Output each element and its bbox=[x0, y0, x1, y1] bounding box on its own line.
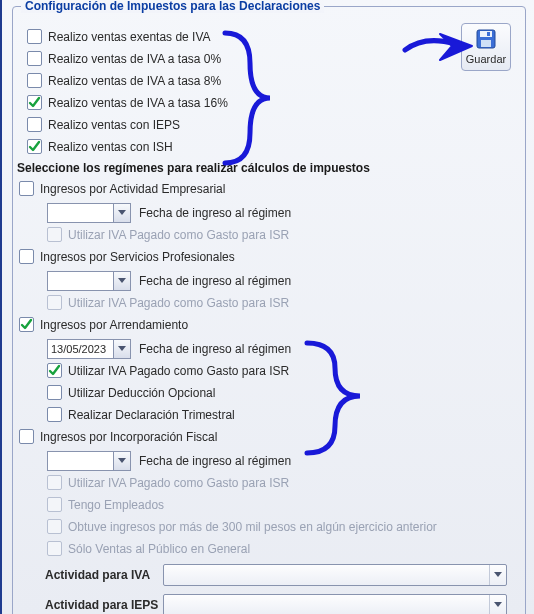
svg-marker-4 bbox=[118, 210, 126, 215]
svg-rect-3 bbox=[487, 32, 490, 36]
dropdown-button[interactable] bbox=[113, 452, 130, 470]
checkbox-label: Realizo ventas con IEPS bbox=[48, 118, 180, 132]
date-input[interactable] bbox=[47, 271, 131, 291]
checkbox[interactable] bbox=[19, 317, 34, 332]
regime-rif-sub-row: Sólo Ventas al Público en General bbox=[47, 541, 515, 556]
date-input[interactable] bbox=[47, 451, 131, 471]
checkbox-label: Utilizar IVA Pagado como Gasto para ISR bbox=[68, 228, 289, 242]
regime-empresarial-sub-row: Utilizar IVA Pagado como Gasto para ISR bbox=[47, 227, 515, 242]
checkbox[interactable] bbox=[27, 51, 42, 66]
regime-label: Ingresos por Incorporación Fiscal bbox=[40, 430, 217, 444]
regime-empresarial-row: Ingresos por Actividad Empresarial bbox=[19, 181, 515, 196]
regime-rif-row: Ingresos por Incorporación Fiscal bbox=[19, 429, 515, 444]
checkbox bbox=[47, 541, 62, 556]
regime-profesionales-row: Ingresos por Servicios Profesionales bbox=[19, 249, 515, 264]
date-text[interactable] bbox=[48, 204, 113, 222]
checkbox-label: Realizo ventas de IVA a tasa 0% bbox=[48, 52, 221, 66]
sales-check-row: Realizo ventas de IVA a tasa 16% bbox=[27, 95, 515, 110]
regime-arrendamiento-sub-row: Utilizar Deducción Opcional bbox=[47, 385, 515, 400]
regime-rif-sub-row: Obtuve ingresos por más de 300 mil pesos… bbox=[47, 519, 515, 534]
regime-label: Ingresos por Arrendamiento bbox=[40, 318, 188, 332]
checkbox[interactable] bbox=[47, 407, 62, 422]
iva-activity-row: Actividad para IVA bbox=[45, 564, 515, 586]
checkbox bbox=[47, 295, 62, 310]
checkbox[interactable] bbox=[19, 249, 34, 264]
sales-check-row: Realizo ventas de IVA a tasa 8% bbox=[27, 73, 515, 88]
chevron-down-icon bbox=[118, 345, 126, 353]
regime-rif-date-row: Fecha de ingreso al régimen bbox=[47, 451, 515, 471]
checkbox-label: Sólo Ventas al Público en General bbox=[68, 542, 250, 556]
sales-check-row: Realizo ventas con ISH bbox=[27, 139, 515, 154]
chevron-down-icon bbox=[494, 571, 502, 579]
dropdown-button[interactable] bbox=[113, 272, 130, 290]
date-field-label: Fecha de ingreso al régimen bbox=[139, 342, 291, 356]
save-button-label: Guardar bbox=[466, 53, 506, 65]
checkbox-label: Tengo Empleados bbox=[68, 498, 164, 512]
regime-arrendamiento-row: Ingresos por Arrendamiento bbox=[19, 317, 515, 332]
svg-marker-6 bbox=[118, 346, 126, 351]
svg-rect-2 bbox=[481, 40, 491, 47]
dropdown-button[interactable] bbox=[489, 595, 506, 614]
checkbox[interactable] bbox=[27, 139, 42, 154]
dropdown-button[interactable] bbox=[113, 204, 130, 222]
checkbox bbox=[47, 475, 62, 490]
regime-profesionales-sub-row: Utilizar IVA Pagado como Gasto para ISR bbox=[47, 295, 515, 310]
checkbox-label: Utilizar IVA Pagado como Gasto para ISR bbox=[68, 296, 289, 310]
checkbox-label: Obtuve ingresos por más de 300 mil pesos… bbox=[68, 520, 437, 534]
checkbox[interactable] bbox=[27, 95, 42, 110]
svg-marker-8 bbox=[494, 572, 502, 577]
checkbox[interactable] bbox=[47, 385, 62, 400]
regime-rif-sub-row: Tengo Empleados bbox=[47, 497, 515, 512]
checkbox-label: Realizar Declaración Trimestral bbox=[68, 408, 235, 422]
date-text[interactable] bbox=[48, 272, 113, 290]
regimes-header: Seleccione los regímenes para realizar c… bbox=[17, 161, 515, 175]
iva-activity-combo[interactable] bbox=[163, 564, 507, 586]
regime-rif-sub-row: Utilizar IVA Pagado como Gasto para ISR bbox=[47, 475, 515, 490]
checkbox-label: Utilizar Deducción Opcional bbox=[68, 386, 215, 400]
groupbox-title: Configuración de Impuestos para las Decl… bbox=[21, 0, 324, 13]
sales-options: Realizo ventas exentas de IVA Realizo ve… bbox=[23, 29, 515, 154]
dropdown-button[interactable] bbox=[113, 340, 130, 358]
chevron-down-icon bbox=[118, 457, 126, 465]
regime-empresarial-date-row: Fecha de ingreso al régimen bbox=[47, 203, 515, 223]
sales-check-row: Realizo ventas de IVA a tasa 0% bbox=[27, 51, 515, 66]
chevron-down-icon bbox=[118, 277, 126, 285]
save-button[interactable]: Guardar bbox=[461, 23, 511, 71]
regime-label: Ingresos por Actividad Empresarial bbox=[40, 182, 225, 196]
sales-check-row: Realizo ventas con IEPS bbox=[27, 117, 515, 132]
checkbox[interactable] bbox=[27, 117, 42, 132]
checkbox[interactable] bbox=[47, 363, 62, 378]
checkbox-label: Realizo ventas con ISH bbox=[48, 140, 173, 154]
svg-rect-1 bbox=[480, 31, 492, 37]
checkbox bbox=[47, 519, 62, 534]
checkbox[interactable] bbox=[19, 429, 34, 444]
checkbox[interactable] bbox=[27, 29, 42, 44]
tax-config-groupbox: Configuración de Impuestos para las Decl… bbox=[12, 6, 526, 614]
date-input[interactable]: 13/05/2023 bbox=[47, 339, 131, 359]
ieps-activity-combo[interactable] bbox=[163, 594, 507, 614]
date-field-label: Fecha de ingreso al régimen bbox=[139, 206, 291, 220]
checkbox[interactable] bbox=[27, 73, 42, 88]
checkbox-label: Realizo ventas exentas de IVA bbox=[48, 30, 211, 44]
regime-arrendamiento-sub-row: Utilizar IVA Pagado como Gasto para ISR bbox=[47, 363, 515, 378]
checkbox-label: Realizo ventas de IVA a tasa 16% bbox=[48, 96, 228, 110]
regime-profesionales-date-row: Fecha de ingreso al régimen bbox=[47, 271, 515, 291]
svg-marker-9 bbox=[494, 602, 502, 607]
chevron-down-icon bbox=[118, 209, 126, 217]
disk-icon bbox=[476, 29, 496, 51]
checkbox bbox=[47, 497, 62, 512]
sales-check-row: Realizo ventas exentas de IVA bbox=[27, 29, 515, 44]
svg-marker-7 bbox=[118, 458, 126, 463]
checkbox-label: Utilizar IVA Pagado como Gasto para ISR bbox=[68, 476, 289, 490]
date-text[interactable]: 13/05/2023 bbox=[48, 340, 113, 358]
checkbox-label: Realizo ventas de IVA a tasa 8% bbox=[48, 74, 221, 88]
dropdown-button[interactable] bbox=[489, 565, 506, 585]
regime-arrendamiento-sub-row: Realizar Declaración Trimestral bbox=[47, 407, 515, 422]
checkbox[interactable] bbox=[19, 181, 34, 196]
date-field-label: Fecha de ingreso al régimen bbox=[139, 454, 291, 468]
checkbox bbox=[47, 227, 62, 242]
date-input[interactable] bbox=[47, 203, 131, 223]
ieps-activity-label: Actividad para IEPS bbox=[45, 598, 163, 612]
date-text[interactable] bbox=[48, 452, 113, 470]
ieps-activity-row: Actividad para IEPS bbox=[45, 594, 515, 614]
